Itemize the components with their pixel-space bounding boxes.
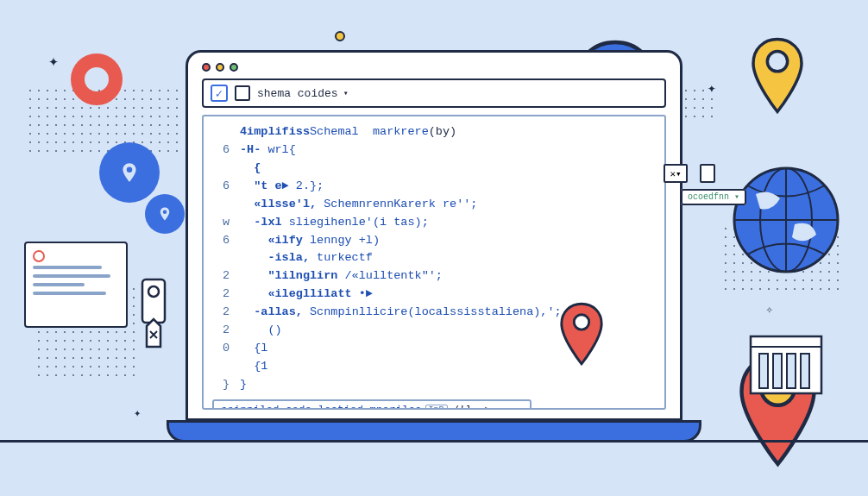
key-icon [134, 276, 177, 354]
bubble-icon [99, 142, 160, 203]
mini-box[interactable]: ✕▾ [664, 164, 688, 183]
svg-rect-12 [787, 354, 796, 388]
window-controls [202, 63, 666, 72]
laptop-base [167, 420, 701, 443]
toolbar: ✓ shema coides ▾ [202, 78, 666, 108]
building-icon [747, 328, 825, 397]
bottom-field[interactable]: ssinpiled code loctiad mnariles InB /'l … [212, 399, 531, 410]
svg-point-4 [574, 315, 588, 330]
sparkle-icon: ✦ [134, 405, 141, 420]
svg-rect-11 [773, 354, 782, 388]
svg-point-2 [767, 52, 787, 72]
laptop-screen: ✓ shema coides ▾ 4implifissSchemal markr… [186, 50, 682, 421]
svg-rect-13 [801, 354, 809, 388]
mini-box[interactable] [700, 164, 715, 183]
minimize-icon[interactable] [216, 63, 224, 72]
bubble-icon [145, 194, 185, 234]
close-icon[interactable] [202, 63, 211, 72]
tag: InB [425, 405, 448, 410]
side-panel: ✕▾ [664, 164, 715, 183]
bottom-text: ssinpiled code loctiad mnariles [221, 405, 422, 410]
code-line: «llsse'l, SchemnrennKarerk re''; [212, 196, 656, 214]
checkbox-checked[interactable]: ✓ [211, 85, 228, 102]
code-line: 2 "lilnglirn /«lulltentk"'; [212, 267, 656, 286]
code-line: }} [212, 376, 656, 394]
dropdown-label: shema coides [257, 87, 338, 100]
chevron-down-icon: ▾ [343, 88, 349, 98]
laptop: ✓ shema coides ▾ 4implifissSchemal markr… [186, 50, 682, 443]
sparkle-icon: ✧ [766, 302, 773, 317]
globe-icon [730, 164, 842, 276]
side-label-row: ocoedfnn ▾ [681, 188, 746, 204]
sparkle-icon: ✦ [48, 50, 59, 72]
svg-rect-10 [759, 354, 768, 388]
code-line: 6 «ilfy lenngy +l) [212, 232, 656, 250]
bottom-suffix: /'l =► [453, 405, 492, 410]
dot-icon [335, 31, 345, 41]
code-line: 4implifissSchemal markrere(by) [212, 123, 656, 141]
checkbox-empty[interactable] [235, 85, 250, 101]
map-pin-icon [557, 300, 607, 367]
code-line: 6-H- wrl{ [212, 141, 656, 160]
sparkle-icon: ✦ [708, 79, 716, 97]
code-line: -isla, turkectf [212, 249, 656, 267]
side-label[interactable]: ocoedfnn ▾ [681, 189, 746, 205]
code-line: 6 "t e► 2.}; [212, 178, 656, 196]
code-line: w -lxl sliegihenle'(i tas); [212, 214, 656, 232]
code-line: { [212, 160, 656, 178]
document-card-icon [24, 242, 128, 328]
dropdown[interactable]: shema coides ▾ [257, 87, 349, 100]
maximize-icon[interactable] [230, 63, 238, 72]
ring-icon [71, 53, 123, 105]
map-pin-icon [747, 35, 808, 116]
